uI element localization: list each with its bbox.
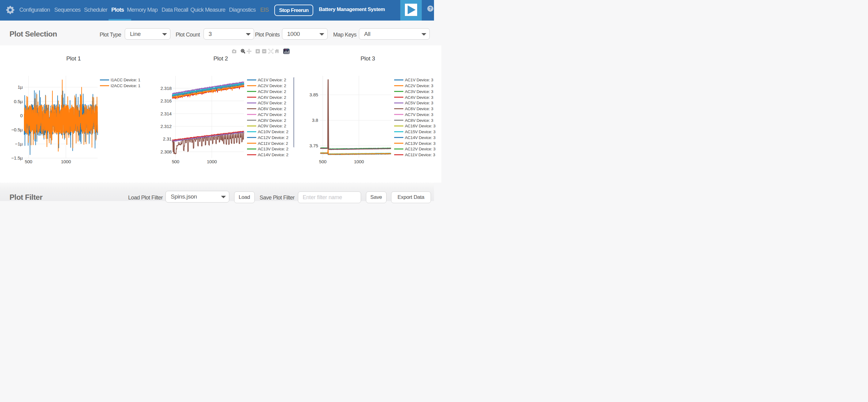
svg-text:AC8V Device: 3: AC8V Device: 3 — [405, 118, 433, 123]
svg-text:AC11V Device: 2: AC11V Device: 2 — [258, 141, 288, 146]
svg-text:−1µ: −1µ — [15, 141, 23, 146]
svg-text:AC7V Device: 3: AC7V Device: 3 — [405, 112, 433, 117]
svg-text:AC13V Device: 3: AC13V Device: 3 — [405, 141, 434, 146]
svg-text:AC14V Device: 2: AC14V Device: 2 — [258, 152, 288, 157]
svg-text:AC9V Device: 2: AC9V Device: 2 — [258, 124, 286, 128]
svg-text:AC5V Device: 3: AC5V Device: 3 — [405, 100, 433, 105]
svg-text:−1.5µ: −1.5µ — [11, 155, 23, 161]
svg-text:500: 500 — [25, 159, 32, 164]
svg-text:2.308: 2.308 — [160, 149, 172, 154]
svg-text:AC4V Device: 2: AC4V Device: 2 — [258, 95, 286, 100]
svg-text:AC6V Device: 3: AC6V Device: 3 — [405, 107, 433, 111]
svg-text:3.75: 3.75 — [310, 143, 318, 148]
svg-text:AC5V Device: 2: AC5V Device: 2 — [258, 100, 286, 105]
svg-text:AC4V Device: 3: AC4V Device: 3 — [405, 95, 433, 100]
svg-text:0.5µ: 0.5µ — [14, 99, 23, 104]
svg-text:500: 500 — [319, 159, 327, 164]
svg-text:AC3V Device: 2: AC3V Device: 2 — [258, 89, 286, 94]
svg-text:0: 0 — [20, 113, 23, 118]
svg-text:500: 500 — [172, 159, 179, 164]
svg-text:AC2V Device: 3: AC2V Device: 3 — [405, 83, 433, 88]
svg-text:I1ACC Device: 1: I1ACC Device: 1 — [111, 78, 141, 82]
svg-text:1µ: 1µ — [18, 84, 23, 90]
svg-text:AC15V Device: 3: AC15V Device: 3 — [405, 130, 434, 134]
svg-text:AC13V Device: 2: AC13V Device: 2 — [258, 147, 288, 151]
svg-text:Plot 1: Plot 1 — [66, 55, 81, 62]
svg-text:AC11V Device: 3: AC11V Device: 3 — [405, 152, 434, 157]
svg-text:2.316: 2.316 — [160, 98, 172, 104]
svg-text:3.8: 3.8 — [312, 118, 318, 123]
svg-text:AC8V Device: 2: AC8V Device: 2 — [258, 118, 286, 123]
svg-text:AC14V Device: 3: AC14V Device: 3 — [405, 135, 434, 140]
svg-text:3.85: 3.85 — [310, 92, 318, 97]
svg-text:AC12V Device: 2: AC12V Device: 2 — [258, 135, 288, 140]
svg-text:AC16V Device: 3: AC16V Device: 3 — [405, 124, 434, 128]
svg-text:I2ACC Device: 1: I2ACC Device: 1 — [111, 83, 141, 88]
svg-text:2.314: 2.314 — [160, 111, 172, 116]
svg-text:AC7V Device: 2: AC7V Device: 2 — [258, 112, 286, 117]
svg-text:−0.5µ: −0.5µ — [11, 127, 23, 132]
svg-text:2.318: 2.318 — [160, 86, 172, 91]
svg-text:Plot 2: Plot 2 — [213, 55, 228, 62]
svg-text:AC1V Device: 2: AC1V Device: 2 — [258, 78, 286, 82]
svg-text:1000: 1000 — [354, 159, 364, 164]
svg-text:AC10V Device: 2: AC10V Device: 2 — [258, 130, 288, 134]
svg-text:1000: 1000 — [207, 159, 217, 164]
svg-text:AC2V Device: 2: AC2V Device: 2 — [258, 83, 286, 88]
svg-text:Plot 3: Plot 3 — [361, 55, 375, 62]
svg-text:AC3V Device: 3: AC3V Device: 3 — [405, 89, 433, 94]
svg-text:2.31: 2.31 — [163, 136, 172, 141]
svg-text:AC12V Device: 3: AC12V Device: 3 — [405, 147, 434, 151]
svg-text:2.312: 2.312 — [160, 124, 172, 129]
svg-text:AC1V Device: 3: AC1V Device: 3 — [405, 78, 433, 82]
svg-text:1000: 1000 — [61, 159, 71, 164]
svg-text:AC6V Device: 2: AC6V Device: 2 — [258, 107, 286, 111]
